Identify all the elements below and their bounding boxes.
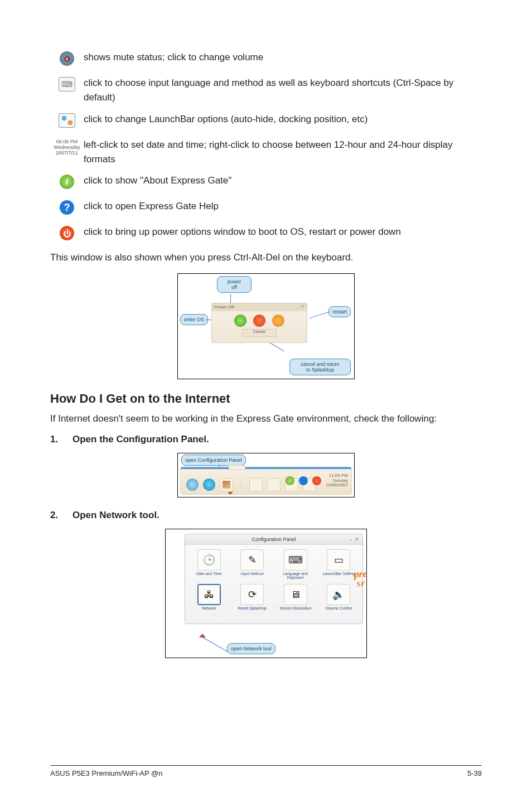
clock-date: 12/08/2007 [326, 483, 348, 488]
config-cell-icon: 🕒 [197, 549, 221, 571]
desc-launch: click to change LaunchBar options (auto-… [84, 112, 482, 127]
row-mute: shows mute status; click to change volum… [50, 50, 482, 66]
step-1-num: 1. [50, 434, 60, 445]
separator [241, 477, 241, 492]
help-icon[interactable] [299, 476, 308, 485]
config-cell-network[interactable]: 🖧Network [190, 584, 229, 610]
desc-mute: shows mute status; click to change volum… [84, 50, 482, 65]
desc-input: click to choose input language and metho… [84, 76, 482, 105]
callout-open-config: open Configuration Panel [181, 455, 246, 466]
express-gate-logo: pre SF [354, 568, 368, 589]
footer-left: ASUS P5E3 Premium/WiFi-AP @n [50, 769, 163, 777]
input-icon[interactable] [249, 478, 263, 491]
step-2-text: Open Network tool. [72, 510, 159, 521]
row-launch: click to change LaunchBar options (auto-… [50, 112, 482, 128]
panel-titlebar: Configuration Panel ⌄ ✕ [185, 534, 362, 545]
config-cell-language-and-keyboard[interactable]: ⌨Language and Keyboard [276, 549, 315, 579]
config-cell-launchbar-setting[interactable]: ▭LaunchBar Setting [320, 549, 359, 579]
info-icon [60, 175, 74, 189]
figure-power-dialog: power off enter OS restart cancel and re… [50, 273, 482, 381]
clock[interactable]: 11:05 PM Sunday 12/08/2007 [326, 474, 348, 488]
panel-grid: 🕒Date and Time✎Input Method⌨Language and… [185, 545, 362, 611]
taskbar-tooltip-tag [229, 465, 245, 470]
footer-right: 5-39 [467, 769, 482, 777]
config-cell-input-method[interactable]: ✎Input Method [233, 549, 272, 579]
intro-text: If Internet doesn't seem to be working i… [50, 412, 482, 426]
dialog-title: Power Off [214, 305, 234, 310]
row-power: click to bring up power options window t… [50, 225, 482, 240]
launchbar-icon [59, 113, 75, 128]
page-footer: ASUS P5E3 Premium/WiFi-AP @n 5-39 [50, 765, 482, 777]
row-input: click to choose input language and metho… [50, 76, 482, 105]
logo-sub: SF [354, 579, 368, 589]
mute-icon [60, 51, 74, 66]
web-icon[interactable] [186, 479, 199, 491]
volume-icon[interactable] [267, 478, 280, 491]
config-cell-icon: ⟳ [240, 584, 264, 605]
config-cell-label: Input Method [233, 572, 272, 576]
line [309, 312, 329, 318]
config-cell-label: Language and Keyboard [276, 572, 315, 579]
config-cell-icon: ⌨ [284, 549, 307, 571]
desc-date: left-click to set date and time; right-c… [84, 138, 482, 167]
power-icon[interactable] [312, 476, 321, 485]
config-cell-icon: 🔈 [327, 584, 350, 605]
callout-restart: restart [328, 306, 351, 317]
step-1: 1. Open the Configuration Panel. [50, 434, 482, 445]
help-icon [60, 200, 74, 215]
skype-icon[interactable] [203, 479, 215, 491]
config-cell-icon: 🖥 [284, 584, 307, 605]
after-rows-text: This window is also shown when you press… [50, 250, 482, 265]
callout-poweroff: power off [217, 276, 252, 293]
desc-power: click to bring up power options window t… [84, 225, 482, 239]
config-cell-label: Network [190, 606, 229, 610]
config-cell-label: Volume Control [320, 606, 359, 610]
panel-min-close[interactable]: ⌄ ✕ [349, 537, 359, 542]
taskbar: 11:05 PM Sunday 12/08/2007 [180, 467, 352, 495]
config-cell-icon: ▭ [327, 549, 350, 571]
taskbar-drag-strip [181, 467, 351, 469]
row-date: 06:06 PM Wednesday 2007/7/11 left-click … [50, 138, 482, 167]
date-icon-time: 06:06 PM [53, 139, 81, 144]
config-cell-label: Date and Time [190, 572, 229, 576]
config-panel: Configuration Panel ⌄ ✕ 🕒Date and Time✎I… [185, 534, 363, 624]
enter-os-button[interactable] [234, 315, 246, 327]
callout-enter-os: enter OS [180, 314, 208, 325]
panel-title: Configuration Panel [252, 537, 296, 542]
section-heading: How Do I Get on to the Internet [50, 392, 482, 406]
figure-taskbar: open Configuration Panel [50, 453, 482, 500]
power-dialog: Power Off ✕ Cancel [211, 303, 307, 343]
config-cell-label: LaunchBar Setting [320, 572, 359, 576]
config-cell-volume-control[interactable]: 🔈Volume Control [320, 584, 359, 610]
restart-button[interactable] [272, 315, 284, 327]
arrow-indicator [228, 492, 233, 495]
row-help: click to open Express Gate Help [50, 199, 482, 215]
callout-cancel-return: cancel and return to Splashtop [289, 359, 351, 375]
info-icon[interactable] [286, 476, 294, 485]
date-icon-day: Wednesday [53, 144, 81, 150]
cancel-button[interactable]: Cancel [242, 329, 277, 337]
callout-open-network: open Network tool [227, 643, 275, 654]
power-icon [60, 226, 74, 240]
date-icon: 06:06 PM Wednesday 2007/7/11 [53, 139, 81, 156]
row-about: click to show "About Express Gate" [50, 173, 482, 189]
config-cell-icon: ✎ [240, 549, 264, 571]
figure-config-panel: Configuration Panel ⌄ ✕ 🕒Date and Time✎I… [50, 529, 482, 660]
date-icon-date: 2007/7/11 [53, 150, 81, 156]
dialog-titlebar: Power Off ✕ [212, 303, 307, 311]
step-1-text: Open the Configuration Panel. [72, 434, 209, 445]
step-2-num: 2. [50, 510, 60, 521]
keyboard-icon [59, 77, 75, 91]
step-2: 2. Open Network tool. [50, 510, 482, 521]
config-cell-label: Screen Resolution [276, 606, 315, 610]
close-icon[interactable]: ✕ [301, 304, 304, 309]
config-cell-icon: 🖧 [197, 584, 221, 605]
config-cell-reset-splashtop[interactable]: ⟳Reset Splashtop [233, 584, 272, 610]
config-cell-label: Reset Splashtop [233, 606, 272, 610]
config-cell-screen-resolution[interactable]: 🖥Screen Resolution [276, 584, 315, 610]
logo-main: pre [354, 568, 367, 580]
photo-icon[interactable] [220, 478, 233, 491]
config-cell-date-and-time[interactable]: 🕒Date and Time [190, 549, 229, 579]
desc-help: click to open Express Gate Help [84, 199, 482, 214]
power-off-button[interactable] [253, 315, 265, 327]
